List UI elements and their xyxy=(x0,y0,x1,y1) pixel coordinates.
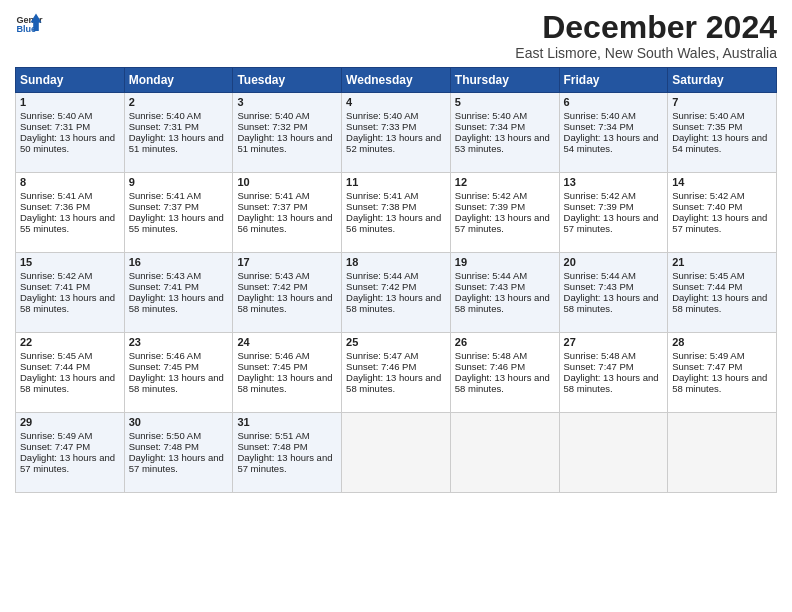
sunset-text: Sunset: 7:47 PM xyxy=(672,361,742,372)
sunrise-text: Sunrise: 5:49 AM xyxy=(20,430,92,441)
sunset-text: Sunset: 7:44 PM xyxy=(672,281,742,292)
weekday-header-row: Sunday Monday Tuesday Wednesday Thursday… xyxy=(16,68,777,93)
daylight-text: Daylight: 13 hours and 50 minutes. xyxy=(20,132,115,154)
calendar-day-cell: 24Sunrise: 5:46 AMSunset: 7:45 PMDayligh… xyxy=(233,333,342,413)
header-sunday: Sunday xyxy=(16,68,125,93)
calendar-day-cell: 13Sunrise: 5:42 AMSunset: 7:39 PMDayligh… xyxy=(559,173,668,253)
calendar-day-cell: 9Sunrise: 5:41 AMSunset: 7:37 PMDaylight… xyxy=(124,173,233,253)
daylight-text: Daylight: 13 hours and 53 minutes. xyxy=(455,132,550,154)
daylight-text: Daylight: 13 hours and 58 minutes. xyxy=(672,292,767,314)
calendar-day-cell: 14Sunrise: 5:42 AMSunset: 7:40 PMDayligh… xyxy=(668,173,777,253)
sunrise-text: Sunrise: 5:40 AM xyxy=(672,110,744,121)
day-number: 20 xyxy=(564,256,664,268)
sunrise-text: Sunrise: 5:40 AM xyxy=(346,110,418,121)
sunset-text: Sunset: 7:36 PM xyxy=(20,201,90,212)
daylight-text: Daylight: 13 hours and 58 minutes. xyxy=(20,292,115,314)
calendar-week-row: 8Sunrise: 5:41 AMSunset: 7:36 PMDaylight… xyxy=(16,173,777,253)
calendar-day-cell: 22Sunrise: 5:45 AMSunset: 7:44 PMDayligh… xyxy=(16,333,125,413)
day-number: 2 xyxy=(129,96,229,108)
sunset-text: Sunset: 7:38 PM xyxy=(346,201,416,212)
day-number: 4 xyxy=(346,96,446,108)
sunset-text: Sunset: 7:31 PM xyxy=(129,121,199,132)
sunrise-text: Sunrise: 5:42 AM xyxy=(20,270,92,281)
daylight-text: Daylight: 13 hours and 54 minutes. xyxy=(564,132,659,154)
daylight-text: Daylight: 13 hours and 54 minutes. xyxy=(672,132,767,154)
calendar-day-cell: 27Sunrise: 5:48 AMSunset: 7:47 PMDayligh… xyxy=(559,333,668,413)
daylight-text: Daylight: 13 hours and 51 minutes. xyxy=(237,132,332,154)
day-number: 15 xyxy=(20,256,120,268)
daylight-text: Daylight: 13 hours and 57 minutes. xyxy=(455,212,550,234)
sunrise-text: Sunrise: 5:42 AM xyxy=(455,190,527,201)
sunset-text: Sunset: 7:47 PM xyxy=(20,441,90,452)
daylight-text: Daylight: 13 hours and 57 minutes. xyxy=(564,212,659,234)
sunset-text: Sunset: 7:32 PM xyxy=(237,121,307,132)
calendar-day-cell: 2Sunrise: 5:40 AMSunset: 7:31 PMDaylight… xyxy=(124,93,233,173)
sunrise-text: Sunrise: 5:43 AM xyxy=(237,270,309,281)
calendar-day-cell: 5Sunrise: 5:40 AMSunset: 7:34 PMDaylight… xyxy=(450,93,559,173)
header-tuesday: Tuesday xyxy=(233,68,342,93)
sunrise-text: Sunrise: 5:46 AM xyxy=(129,350,201,361)
calendar-day-cell: 12Sunrise: 5:42 AMSunset: 7:39 PMDayligh… xyxy=(450,173,559,253)
daylight-text: Daylight: 13 hours and 58 minutes. xyxy=(346,292,441,314)
day-number: 21 xyxy=(672,256,772,268)
daylight-text: Daylight: 13 hours and 51 minutes. xyxy=(129,132,224,154)
daylight-text: Daylight: 13 hours and 52 minutes. xyxy=(346,132,441,154)
sunset-text: Sunset: 7:39 PM xyxy=(564,201,634,212)
calendar-week-row: 29Sunrise: 5:49 AMSunset: 7:47 PMDayligh… xyxy=(16,413,777,493)
calendar-day-cell: 25Sunrise: 5:47 AMSunset: 7:46 PMDayligh… xyxy=(342,333,451,413)
sunset-text: Sunset: 7:43 PM xyxy=(455,281,525,292)
day-number: 7 xyxy=(672,96,772,108)
daylight-text: Daylight: 13 hours and 57 minutes. xyxy=(237,452,332,474)
calendar-day-cell: 4Sunrise: 5:40 AMSunset: 7:33 PMDaylight… xyxy=(342,93,451,173)
sunset-text: Sunset: 7:46 PM xyxy=(346,361,416,372)
sunrise-text: Sunrise: 5:44 AM xyxy=(346,270,418,281)
day-number: 28 xyxy=(672,336,772,348)
calendar-container: General Blue December 2024 East Lismore,… xyxy=(0,0,792,503)
daylight-text: Daylight: 13 hours and 56 minutes. xyxy=(237,212,332,234)
sunrise-text: Sunrise: 5:45 AM xyxy=(672,270,744,281)
day-number: 17 xyxy=(237,256,337,268)
calendar-day-cell: 6Sunrise: 5:40 AMSunset: 7:34 PMDaylight… xyxy=(559,93,668,173)
day-number: 31 xyxy=(237,416,337,428)
sunset-text: Sunset: 7:44 PM xyxy=(20,361,90,372)
daylight-text: Daylight: 13 hours and 57 minutes. xyxy=(20,452,115,474)
daylight-text: Daylight: 13 hours and 58 minutes. xyxy=(455,372,550,394)
sunset-text: Sunset: 7:43 PM xyxy=(564,281,634,292)
header-saturday: Saturday xyxy=(668,68,777,93)
day-number: 6 xyxy=(564,96,664,108)
sunset-text: Sunset: 7:39 PM xyxy=(455,201,525,212)
daylight-text: Daylight: 13 hours and 58 minutes. xyxy=(237,292,332,314)
day-number: 10 xyxy=(237,176,337,188)
calendar-subtitle: East Lismore, New South Wales, Australia xyxy=(515,45,777,61)
sunset-text: Sunset: 7:46 PM xyxy=(455,361,525,372)
sunrise-text: Sunrise: 5:41 AM xyxy=(346,190,418,201)
day-number: 30 xyxy=(129,416,229,428)
sunset-text: Sunset: 7:45 PM xyxy=(129,361,199,372)
sunset-text: Sunset: 7:31 PM xyxy=(20,121,90,132)
sunrise-text: Sunrise: 5:48 AM xyxy=(455,350,527,361)
sunset-text: Sunset: 7:35 PM xyxy=(672,121,742,132)
daylight-text: Daylight: 13 hours and 58 minutes. xyxy=(564,372,659,394)
daylight-text: Daylight: 13 hours and 55 minutes. xyxy=(20,212,115,234)
calendar-day-cell xyxy=(342,413,451,493)
calendar-day-cell: 8Sunrise: 5:41 AMSunset: 7:36 PMDaylight… xyxy=(16,173,125,253)
sunset-text: Sunset: 7:42 PM xyxy=(346,281,416,292)
sunset-text: Sunset: 7:40 PM xyxy=(672,201,742,212)
header-monday: Monday xyxy=(124,68,233,93)
sunrise-text: Sunrise: 5:41 AM xyxy=(129,190,201,201)
calendar-day-cell: 30Sunrise: 5:50 AMSunset: 7:48 PMDayligh… xyxy=(124,413,233,493)
sunrise-text: Sunrise: 5:40 AM xyxy=(455,110,527,121)
sunrise-text: Sunrise: 5:44 AM xyxy=(564,270,636,281)
calendar-day-cell: 31Sunrise: 5:51 AMSunset: 7:48 PMDayligh… xyxy=(233,413,342,493)
title-block: December 2024 East Lismore, New South Wa… xyxy=(515,10,777,61)
day-number: 5 xyxy=(455,96,555,108)
sunrise-text: Sunrise: 5:44 AM xyxy=(455,270,527,281)
calendar-day-cell: 20Sunrise: 5:44 AMSunset: 7:43 PMDayligh… xyxy=(559,253,668,333)
calendar-day-cell: 15Sunrise: 5:42 AMSunset: 7:41 PMDayligh… xyxy=(16,253,125,333)
calendar-day-cell xyxy=(450,413,559,493)
sunset-text: Sunset: 7:47 PM xyxy=(564,361,634,372)
day-number: 27 xyxy=(564,336,664,348)
daylight-text: Daylight: 13 hours and 57 minutes. xyxy=(129,452,224,474)
daylight-text: Daylight: 13 hours and 55 minutes. xyxy=(129,212,224,234)
header-friday: Friday xyxy=(559,68,668,93)
